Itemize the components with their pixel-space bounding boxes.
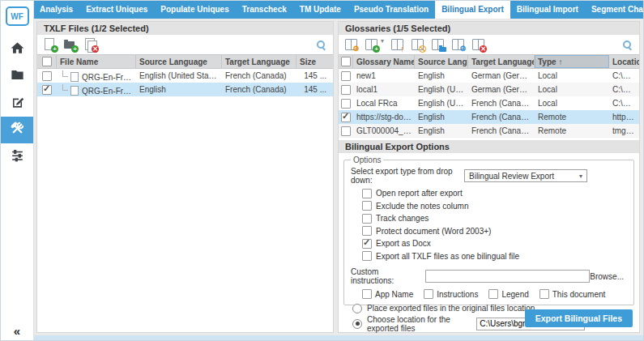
add-glossary-icon[interactable]: + [365,38,378,51]
row-checkbox[interactable] [42,71,52,81]
checkbox[interactable] [362,201,372,211]
column-header-size[interactable]: Size [296,55,333,68]
column-header-source-language[interactable]: Source Language [136,55,222,68]
column-header-glossary-name[interactable]: Glossary Name [353,55,415,68]
column-header-location[interactable]: Location [609,55,639,68]
add-file-icon[interactable]: + [44,38,57,51]
export-type-row: Select export type from drop down: Bilin… [351,167,627,185]
checkbox[interactable] [362,289,372,299]
txlf-toolbar: + + ✕ [37,35,333,54]
add-glossary-caret[interactable]: ▾ [381,37,384,45]
tree-connector [62,70,68,77]
tab-extract-uniques[interactable]: Extract Uniques [79,1,154,19]
option-open-report[interactable]: Open report after export [362,187,627,200]
radio-button[interactable] [352,319,362,329]
option-export-one-file[interactable]: Export all TXLF files as one bilingual f… [362,250,627,263]
column-header-target-language[interactable]: Target Language [222,55,296,68]
glossary-row[interactable]: new1 English German (Germany) Local C:\U… [339,69,639,83]
checkbox-label: Protect document (Word 2003+) [376,227,491,236]
glossary-settings-icon[interactable]: ⚙ [452,38,465,51]
checkbox[interactable] [362,251,372,261]
tab-pseudo-translation[interactable]: Pseudo Translation [348,1,435,19]
export-bilingual-files-button[interactable]: Export Bilingual Files [525,309,633,327]
option-protect-document[interactable]: Protect document (Word 2003+) [362,225,627,238]
custom-instructions-label: Custom instructions: [351,267,421,285]
sidebar-item-projects[interactable] [1,63,33,90]
select-all-checkbox[interactable] [37,55,57,68]
sidebar-nav [1,36,33,170]
sidebar-collapse-button[interactable]: « [1,324,33,338]
open-glossary-icon[interactable] [432,38,445,51]
connect-remote-glossary-icon[interactable] [412,38,424,51]
remove-glossary-icon[interactable]: ✕ [472,38,485,51]
row-checkbox[interactable] [341,85,351,95]
checkbox-label: Track changes [376,214,429,223]
tab-transcheck[interactable]: Transcheck [236,1,293,19]
sidebar-item-quick-tools[interactable] [1,117,33,143]
column-header-file-name[interactable]: File Name [57,55,136,68]
custom-instructions-browse-button[interactable]: Browse... [590,272,624,281]
flag-instructions[interactable]: Instructions [424,289,478,299]
sidebar-item-preferences[interactable] [1,143,33,170]
glossary-row[interactable]: Local FRca English (Unite... French (Can… [339,96,639,110]
checkbox[interactable] [362,239,372,249]
checkbox[interactable] [362,226,372,236]
sidebar-item-editor[interactable] [1,90,33,117]
target-language-cell: French (Canada) [222,85,296,94]
txlf-file-row[interactable]: QRG-En-FrCa.xlsx.txlf English (United St… [37,69,333,83]
size-cell: 145 ... [296,85,333,94]
flag-app-name[interactable]: App Name [362,289,413,299]
tab-analysis[interactable]: Analysis [33,1,79,19]
add-folder-icon[interactable]: + [64,38,77,51]
chevron-down-icon: ▾ [579,173,582,180]
row-checkbox[interactable] [42,85,52,95]
select-all-checkbox[interactable] [339,55,353,68]
row-checkbox[interactable] [341,113,351,122]
tab-segment-changes[interactable]: Segment Changes [585,1,644,19]
checkbox[interactable] [362,214,372,224]
txlf-file-row[interactable]: QRG-En-FrCa_fr-CA-... English French (Ca… [37,83,333,96]
option-track-changes[interactable]: Track changes [362,212,627,225]
sidebar-item-home[interactable] [1,36,33,63]
row-checkbox[interactable] [341,71,351,81]
glossary-row[interactable]: https://stg-doc... English French (Canad… [339,110,639,124]
instruction-flags-row: App Name Instructions Legend This docume… [362,289,627,299]
tree-connector [62,84,68,91]
export-type-dropdown[interactable]: Bilingual Review Export ▾ [464,169,587,182]
search-icon[interactable] [316,40,326,50]
radio-button[interactable] [352,304,362,313]
home-icon [10,40,25,59]
column-header-type-sorted[interactable]: Type ↑ [535,55,609,68]
row-checkbox[interactable] [341,126,351,136]
content-area: TXLF Files (1/2 Selected) + + ✕ File Nam… [33,19,643,335]
checkbox-label: Exclude the notes column [376,202,469,211]
export-type-label: Select export type from drop down: [351,167,464,185]
folder-icon [10,67,25,86]
glossaries-panel-title: Glossaries (1/5 Selected) [339,22,639,35]
tab-populate-uniques[interactable]: Populate Uniques [154,1,235,19]
checkbox[interactable] [424,289,433,299]
checkbox[interactable] [362,189,372,198]
flag-legend[interactable]: Legend [488,289,528,299]
tab-tm-update[interactable]: TM Update [293,1,348,19]
flag-this-document[interactable]: This document [540,289,606,299]
options-group-label: Options [351,156,383,164]
glossary-row[interactable]: GLT000004_en... English French (Canada) … [339,124,639,138]
column-header-target-language[interactable]: Target Language [468,55,535,68]
file-name-cell: QRG-En-FrCa_fr-CA-... [57,84,136,96]
option-exclude-notes[interactable]: Exclude the notes column [362,200,627,213]
search-icon[interactable] [622,40,633,50]
custom-instructions-input[interactable] [425,270,591,283]
column-header-source-language[interactable]: Source Langua... [415,55,468,68]
tab-bilingual-export[interactable]: Bilingual Export [435,1,510,19]
remove-files-icon[interactable]: ✕ [84,38,97,51]
checkbox[interactable] [488,289,498,299]
glossary-row[interactable]: local1 English (Unite... German (Germany… [339,83,639,96]
option-export-as-docx[interactable]: Export as Docx [362,237,627,250]
checkbox[interactable] [540,289,549,299]
glossaries-table: Glossary Name Source Langua... Target La… [339,54,639,138]
tab-bilingual-import[interactable]: Bilingual Import [510,1,585,19]
import-glossary-icon[interactable]: ↑ [391,38,404,51]
row-checkbox[interactable] [341,99,351,109]
create-glossary-icon[interactable]: ⚙ [345,38,358,51]
